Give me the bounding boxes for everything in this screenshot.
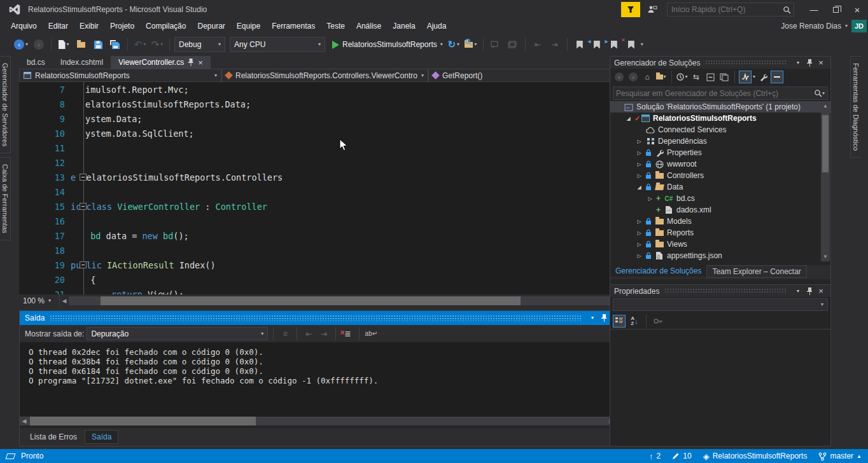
expand-icon[interactable]: ▷	[647, 196, 654, 202]
save-button[interactable]	[90, 37, 106, 52]
menu-compilacao[interactable]: Compilação	[140, 19, 192, 33]
menu-depurar[interactable]: Depurar	[192, 19, 230, 33]
signed-in-user[interactable]: Jose Renato Dias	[781, 22, 841, 31]
tree-item-appsettings-json[interactable]: ▷{}appsettings.json	[610, 250, 830, 261]
scrollbar-thumb[interactable]	[30, 417, 256, 425]
navigate-back-button[interactable]: ‹▾	[13, 37, 29, 52]
properties-wrench-button[interactable]	[757, 71, 769, 83]
pin-icon[interactable]	[804, 59, 815, 67]
code-line-7[interactable]: 7imulsoft.Report.Mvc;	[19, 82, 614, 97]
expand-icon[interactable]: ▷	[636, 162, 643, 167]
preview-selected-items-button[interactable]	[771, 71, 783, 83]
drag-handle[interactable]	[50, 315, 582, 321]
sync-dropdown-icon[interactable]: ▾	[753, 74, 755, 79]
tab-bd-cs[interactable]: bd.cs	[19, 56, 53, 69]
tool-tab-gerenciador-de-servidores[interactable]: Gerenciador de Servidores	[0, 56, 11, 153]
collapse-icon[interactable]: ◢	[636, 184, 643, 190]
expand-icon[interactable]: ▷	[636, 139, 643, 144]
solution-search-input[interactable]	[616, 89, 814, 98]
scroll-left-icon[interactable]: ◀	[60, 298, 69, 304]
close-icon[interactable]: ×	[815, 58, 827, 67]
new-file-button[interactable]: ▾	[56, 37, 71, 52]
send-feedback-icon[interactable]	[645, 3, 659, 17]
code-editor[interactable]: 7imulsoft.Report.Mvc;8elatoriosStimulsof…	[19, 82, 627, 294]
window-position-icon[interactable]: ▾	[792, 289, 804, 294]
class-dropdown[interactable]: RelatoriosStimulsoftReports.Controllers.…	[221, 69, 428, 82]
output-source-combo[interactable]: Depuração▾	[87, 327, 268, 340]
categorized-button[interactable]	[613, 315, 626, 328]
properties-object-combo[interactable]: ▾	[613, 298, 828, 311]
background-tasks-icon[interactable]	[6, 453, 16, 459]
panel-tab-team-explorer-conectar[interactable]: Team Explorer – Conectar	[706, 265, 806, 278]
open-file-button[interactable]	[73, 37, 88, 52]
tree-item-relatoriosstimulsoftreports[interactable]: ◢✓RelatoriosStimulsoftReports	[610, 113, 830, 124]
menu-ajuda[interactable]: Ajuda	[421, 19, 452, 33]
code-line-10[interactable]: 10ystem.Data.SqlClient;	[19, 126, 614, 141]
code-line-11[interactable]: 11	[19, 141, 614, 155]
quick-launch-box[interactable]	[667, 3, 794, 17]
code-line-21[interactable]: 21return View();	[19, 287, 614, 294]
code-line-17[interactable]: 17bd data = new bd();	[19, 228, 614, 243]
goto-next-message-icon[interactable]: ⇥	[318, 328, 330, 340]
pin-icon[interactable]	[804, 287, 815, 295]
quick-launch-input[interactable]	[671, 5, 783, 14]
window-position-icon[interactable]: ▾	[792, 60, 804, 66]
toggle-bookmark-button[interactable]	[572, 37, 587, 52]
fold-collapse-icon[interactable]	[80, 203, 87, 210]
fold-collapse-icon[interactable]	[80, 174, 87, 181]
refresh-button[interactable]: ↻▾	[446, 37, 461, 52]
menu-exibir[interactable]: Exibir	[74, 19, 104, 33]
pending-changes-filter-button[interactable]: ▾	[676, 71, 689, 83]
bottom-tab-saida[interactable]: Saída	[85, 430, 118, 444]
pending-edits-button[interactable]: 10	[672, 452, 691, 460]
code-line-12[interactable]: 12	[19, 155, 614, 170]
close-icon[interactable]: ×	[815, 286, 827, 296]
alphabetical-sort-button[interactable]: AZ↓	[628, 315, 641, 328]
menu-editar[interactable]: Editar	[43, 19, 74, 33]
tool-tab-caixa-de-ferramentas[interactable]: Caixa de Ferramentas	[0, 157, 11, 240]
tree-item-dados-xml[interactable]: +<>dados.xml	[610, 204, 830, 216]
expand-icon[interactable]: ▷	[636, 242, 643, 247]
window-position-icon[interactable]: ▾	[587, 315, 598, 321]
expand-icon[interactable]: ▷	[636, 150, 643, 156]
close-window-button[interactable]: ×	[846, 1, 868, 18]
user-dropdown-icon[interactable]: ▾	[845, 24, 848, 29]
code-line-9[interactable]: 9ystem.Data;	[19, 111, 614, 126]
bottom-tab-lista-de-erros[interactable]: Lista de Erros	[24, 431, 83, 443]
find-message-icon[interactable]: ≡	[279, 328, 291, 340]
expand-icon[interactable]: ▷	[636, 253, 643, 259]
previous-bookmark-button[interactable]: ◂	[589, 37, 605, 52]
configuration-combo[interactable]: Debug▾	[174, 37, 225, 52]
expand-icon[interactable]: ▷	[636, 230, 643, 236]
avatar[interactable]: JD	[851, 20, 867, 32]
project-dropdown[interactable]: RelatoriosStimulsoftReports▾	[19, 69, 221, 82]
code-line-19[interactable]: 19public IActionResult Index()	[19, 258, 614, 272]
tree-item-wwwroot[interactable]: ▷wwwroot	[610, 158, 830, 170]
increase-indent-button[interactable]: ⇥	[547, 37, 563, 52]
scroll-left-icon[interactable]: ◀	[20, 418, 29, 424]
menu-ferramentas[interactable]: Ferramentas	[266, 19, 321, 33]
pin-icon[interactable]	[598, 314, 610, 322]
tree-item-connected-services[interactable]: Connected Services	[610, 124, 830, 135]
tree-item-models[interactable]: ▷Models	[610, 216, 830, 227]
tree-item-dependencias[interactable]: ▷Dependências	[610, 135, 830, 147]
scrollbar-thumb[interactable]	[101, 296, 521, 305]
undo-button[interactable]: ↶▾	[132, 37, 148, 52]
drag-handle[interactable]	[664, 288, 787, 294]
clear-bookmarks-button[interactable]: ×	[624, 37, 639, 52]
code-line-14[interactable]: 14	[19, 184, 614, 199]
forward-button[interactable]: ›	[627, 71, 640, 83]
minimize-button[interactable]: —	[803, 1, 825, 18]
sync-with-active-document-button[interactable]	[739, 71, 752, 83]
show-all-files-button[interactable]	[718, 71, 731, 83]
tool-tab-ferramentas-de-diagnostico[interactable]: Ferramentas de Diagnóstico	[850, 56, 861, 158]
scrollbar-thumb[interactable]	[822, 115, 829, 172]
save-all-button[interactable]	[108, 37, 123, 52]
tree-vertical-scrollbar[interactable]: ▲ ▼	[821, 101, 830, 261]
menu-arquivo[interactable]: Arquivo	[5, 19, 43, 33]
tree-item-solucao-relatoriosstimulsoftreports-1-projeto[interactable]: ∞Solução 'RelatoriosStimulsoftReports' (…	[610, 101, 830, 113]
find-in-files-button[interactable]: ▾	[463, 37, 479, 52]
redo-button[interactable]: ↷▾	[150, 37, 165, 52]
output-horizontal-scrollbar[interactable]: ◀ ▶	[20, 417, 626, 425]
toolbar-overflow-icon[interactable]: ▾	[641, 42, 643, 47]
